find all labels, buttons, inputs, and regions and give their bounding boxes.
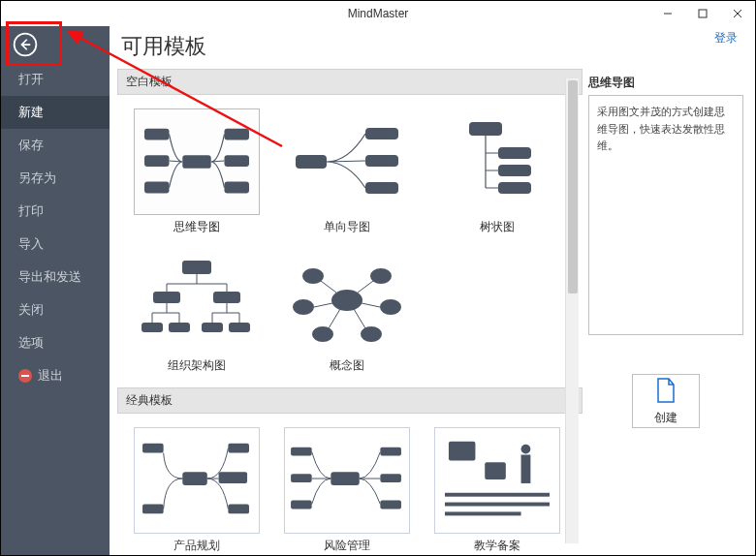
- svg-rect-41: [291, 448, 312, 456]
- svg-rect-18: [498, 165, 531, 176]
- document-icon: [655, 377, 677, 404]
- svg-point-30: [293, 299, 314, 315]
- minimize-button[interactable]: [650, 1, 685, 26]
- template-thumb: [434, 108, 560, 215]
- svg-rect-49: [520, 454, 530, 482]
- blank-templates-grid: 思维导图 单向导图 树状图: [117, 95, 583, 387]
- svg-rect-45: [380, 474, 401, 482]
- svg-rect-20: [182, 261, 211, 274]
- svg-rect-34: [182, 472, 207, 485]
- svg-rect-44: [380, 448, 401, 456]
- template-product-plan[interactable]: 产品规划: [121, 419, 271, 554]
- template-oneway[interactable]: 单向导图: [271, 101, 422, 235]
- create-button[interactable]: 创建: [632, 374, 700, 428]
- svg-rect-8: [144, 182, 170, 194]
- svg-rect-22: [213, 292, 240, 303]
- svg-point-31: [380, 299, 401, 315]
- svg-point-50: [520, 445, 530, 454]
- preview-description-box: 采用图文并茂的方式创建思维导图，快速表达发散性思维。: [588, 95, 743, 335]
- sidebar-item-import[interactable]: 导入: [1, 228, 110, 261]
- sidebar-item-export[interactable]: 导出和发送: [1, 261, 110, 293]
- sidebar-item-close[interactable]: 关闭: [1, 293, 110, 326]
- svg-rect-21: [153, 292, 180, 303]
- svg-rect-14: [365, 155, 398, 167]
- svg-rect-37: [142, 505, 164, 514]
- svg-point-33: [361, 326, 382, 342]
- sidebar-item-open[interactable]: 打开: [1, 63, 110, 96]
- template-thumb: [284, 108, 410, 215]
- template-thumb: [134, 108, 260, 215]
- template-concept[interactable]: 概念图: [271, 239, 422, 374]
- template-label: 风险管理: [271, 538, 422, 554]
- template-thumb: [284, 247, 410, 354]
- svg-rect-6: [144, 129, 170, 140]
- svg-rect-5: [182, 155, 210, 169]
- section-header-classic: 经典模板: [117, 387, 583, 414]
- sidebar-item-exit[interactable]: 退出: [1, 359, 110, 392]
- svg-rect-52: [445, 503, 550, 507]
- titlebar: MindMaster: [1, 1, 755, 26]
- preview-description: 采用图文并茂的方式创建思维导图，快速表达发散性思维。: [597, 106, 725, 151]
- template-label: 思维导图: [121, 219, 271, 235]
- preview-title: 思维导图: [588, 75, 743, 91]
- template-label: 组织架构图: [121, 357, 271, 374]
- create-button-label: 创建: [654, 410, 677, 426]
- svg-rect-48: [485, 462, 506, 479]
- svg-rect-39: [218, 472, 246, 483]
- svg-point-28: [302, 268, 324, 284]
- svg-rect-53: [445, 511, 521, 515]
- scrollbar-thumb[interactable]: [568, 80, 578, 293]
- svg-rect-1: [699, 10, 707, 17]
- svg-rect-38: [228, 505, 249, 514]
- svg-rect-51: [445, 493, 550, 497]
- template-thumb: [284, 427, 410, 534]
- classic-templates-grid: 产品规划 风险管理 教学备案: [117, 414, 583, 555]
- sidebar: 打开 新建 保存 另存为 打印 导入 导出和发送 关闭 选项 退出: [1, 26, 110, 555]
- template-tree[interactable]: 树状图: [422, 101, 572, 235]
- template-label: 单向导图: [271, 219, 422, 235]
- template-label: 树状图: [422, 219, 572, 235]
- svg-rect-10: [224, 155, 249, 167]
- svg-rect-46: [380, 501, 401, 510]
- svg-rect-13: [365, 128, 398, 139]
- page-title: 可用模板: [117, 32, 583, 61]
- svg-rect-26: [229, 323, 250, 332]
- template-label: 产品规划: [121, 538, 271, 554]
- sidebar-item-save[interactable]: 保存: [1, 129, 110, 162]
- close-button[interactable]: [720, 1, 755, 26]
- template-orgchart[interactable]: 组织架构图: [121, 239, 271, 374]
- svg-rect-40: [331, 472, 359, 485]
- sidebar-item-new[interactable]: 新建: [1, 96, 110, 129]
- preview-panel: 思维导图 采用图文并茂的方式创建思维导图，快速表达发散性思维。 创建: [583, 26, 755, 555]
- sidebar-item-print[interactable]: 打印: [1, 195, 110, 228]
- back-button[interactable]: [1, 26, 49, 63]
- svg-point-27: [331, 290, 362, 311]
- svg-rect-19: [498, 182, 531, 194]
- template-thumb: [134, 247, 260, 354]
- template-mindmap[interactable]: 思维导图: [121, 101, 271, 235]
- svg-rect-12: [296, 155, 327, 169]
- template-label: 教学备案: [422, 538, 572, 554]
- templates-panel: 可用模板 空白模板 思维导图 单向导图: [110, 26, 583, 555]
- maximize-button[interactable]: [685, 1, 720, 26]
- svg-rect-47: [448, 442, 474, 461]
- svg-point-29: [370, 268, 392, 284]
- svg-rect-24: [169, 323, 190, 332]
- scrollbar[interactable]: [565, 78, 579, 543]
- svg-rect-36: [228, 444, 249, 453]
- svg-rect-23: [142, 323, 163, 332]
- template-risk-mgmt[interactable]: 风险管理: [271, 419, 422, 554]
- svg-rect-43: [291, 501, 312, 510]
- svg-rect-7: [144, 155, 170, 167]
- section-header-blank: 空白模板: [117, 69, 583, 95]
- template-teaching[interactable]: 教学备案: [422, 419, 572, 554]
- svg-rect-35: [142, 444, 164, 453]
- sidebar-item-saveas[interactable]: 另存为: [1, 162, 110, 195]
- login-link[interactable]: 登录: [714, 30, 738, 46]
- svg-rect-16: [469, 122, 502, 136]
- svg-rect-25: [202, 323, 223, 332]
- template-thumb: [434, 427, 560, 534]
- svg-rect-42: [291, 474, 312, 482]
- window-controls: [650, 1, 755, 26]
- sidebar-item-options[interactable]: 选项: [1, 326, 110, 359]
